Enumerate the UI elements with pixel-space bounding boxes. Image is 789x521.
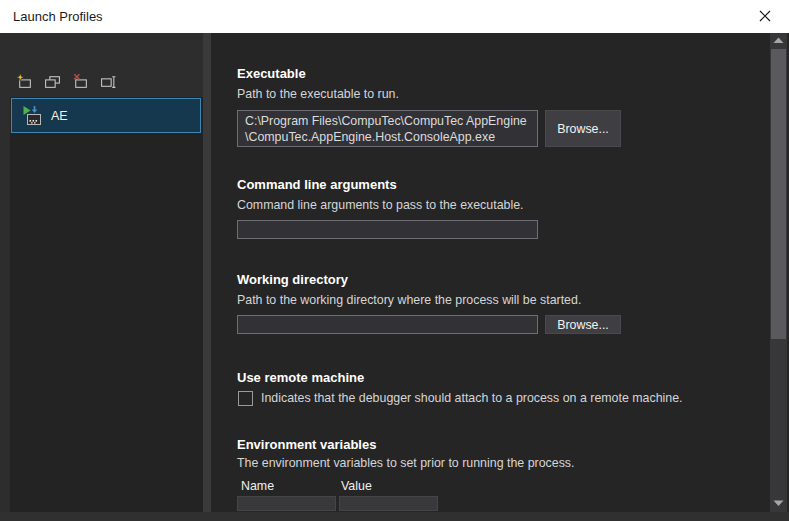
executable-path-line2: \CompuTec.AppEngine.Host.ConsoleApp.exe <box>245 129 530 145</box>
env-column-header-value: Value <box>341 479 372 493</box>
titlebar: Launch Profiles <box>0 0 789 33</box>
environment-variables-description: The environment variables to set prior t… <box>237 456 574 470</box>
profile-item-ae[interactable]: AE <box>11 98 201 133</box>
clone-profile-button[interactable] <box>43 71 61 91</box>
executable-browse-button[interactable]: Browse... <box>545 110 621 147</box>
working-directory-input[interactable] <box>237 315 538 334</box>
close-icon <box>758 9 772 23</box>
working-directory-description: Path to the working directory where the … <box>237 293 581 307</box>
delete-profile-icon <box>72 73 89 90</box>
clone-profile-icon <box>44 73 61 90</box>
console-app-run-icon <box>23 105 42 126</box>
arguments-title: Command line arguments <box>237 177 397 192</box>
env-value-cell[interactable] <box>339 496 438 511</box>
profile-list: AE <box>10 97 203 521</box>
rename-profile-icon <box>100 73 117 90</box>
rename-profile-button[interactable] <box>99 71 117 91</box>
profiles-sidebar: AE <box>0 33 203 513</box>
add-profile-button[interactable] <box>15 71 33 91</box>
vertical-scrollbar[interactable] <box>770 33 787 513</box>
close-button[interactable] <box>745 0 785 32</box>
env-name-cell[interactable] <box>237 496 336 511</box>
profiles-toolbar <box>15 71 117 91</box>
environment-variables-title: Environment variables <box>237 437 376 452</box>
remote-machine-checkbox-label: Indicates that the debugger should attac… <box>261 391 683 405</box>
executable-path-input[interactable]: C:\Program Files\CompuTec\CompuTec AppEn… <box>237 110 538 147</box>
launch-profiles-dialog: Launch Profiles <box>0 0 789 521</box>
profile-item-label: AE <box>51 109 68 123</box>
scroll-down-icon <box>773 500 784 507</box>
dialog-title: Launch Profiles <box>13 0 103 33</box>
env-column-header-name: Name <box>241 479 274 493</box>
delete-profile-button[interactable] <box>71 71 89 91</box>
profile-settings-panel: Executable Path to the executable to run… <box>211 33 770 513</box>
remote-machine-title: Use remote machine <box>237 370 364 385</box>
scroll-up-button[interactable] <box>770 33 787 48</box>
add-profile-icon <box>16 73 33 90</box>
working-directory-title: Working directory <box>237 272 348 287</box>
arguments-input[interactable] <box>237 220 538 239</box>
executable-path-line1: C:\Program Files\CompuTec\CompuTec AppEn… <box>245 113 530 129</box>
remote-machine-checkbox[interactable] <box>238 391 253 406</box>
scrollbar-thumb[interactable] <box>771 49 786 339</box>
dialog-bottom-edge <box>0 512 789 521</box>
executable-title: Executable <box>237 66 306 81</box>
scroll-down-button[interactable] <box>770 496 787 511</box>
scroll-up-icon <box>773 37 784 44</box>
working-directory-browse-button[interactable]: Browse... <box>545 315 621 334</box>
arguments-description: Command line arguments to pass to the ex… <box>237 198 524 212</box>
executable-description: Path to the executable to run. <box>237 87 399 101</box>
sidebar-splitter[interactable] <box>203 33 211 513</box>
